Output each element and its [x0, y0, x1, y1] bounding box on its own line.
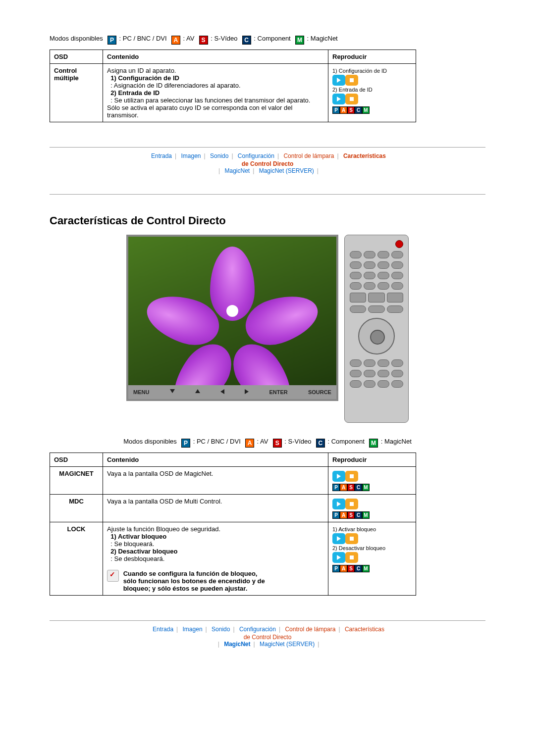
play-stop-buttons[interactable] [332, 499, 412, 509]
nav-sonido[interactable]: Sonido [210, 152, 228, 159]
play-icon[interactable] [332, 533, 345, 544]
nav-tabs-1: Entrada| Imagen| Sonido| Configuración| … [50, 152, 485, 174]
row-osd-mdc: MDC [69, 498, 84, 505]
table-row: Control múltiple Asigna un ID al aparato… [50, 64, 416, 122]
nav-magicnet[interactable]: MagicNet [225, 167, 250, 174]
nav-lampara[interactable]: Control de lámpara [285, 626, 335, 633]
play-icon[interactable] [332, 94, 345, 104]
left-arrow-icon[interactable] [220, 389, 224, 394]
badge-p-icon: P [181, 439, 190, 448]
table-control-multiple: OSD Contenido Reproducir Control múltipl… [50, 50, 416, 122]
play-stop-buttons[interactable] [332, 471, 412, 482]
play-stop-buttons[interactable] [332, 75, 412, 86]
divider [50, 620, 485, 621]
nav-pad[interactable] [358, 318, 395, 354]
tv-menu-button[interactable]: MENU [133, 389, 149, 395]
play-icon[interactable] [332, 552, 345, 563]
table-row: MAGICNET Vaya a la pantalla OSD de Magic… [50, 467, 416, 495]
nav-tabs-2: Entrada| Imagen| Sonido| Configuración| … [50, 626, 485, 648]
nav-imagen[interactable]: Imagen [183, 626, 203, 633]
page-title: Características de Control Directo [50, 214, 485, 227]
divider [50, 147, 485, 148]
row-osd-lock: LOCK [67, 525, 86, 533]
row-osd: Control múltiple [54, 67, 79, 82]
th-play: Reproducir [328, 453, 416, 467]
nav-configuracion[interactable]: Configuración [238, 152, 274, 159]
nav-magicnet[interactable]: MagicNet [224, 641, 250, 648]
stop-icon[interactable] [345, 75, 358, 86]
modes-legend-2: Modos disponibles P : PC / BNC / DVI A :… [50, 438, 485, 448]
nav-configuracion[interactable]: Configuración [239, 626, 276, 633]
stop-icon[interactable] [345, 552, 358, 563]
play-icon[interactable] [332, 75, 345, 86]
play-stop-buttons[interactable] [332, 94, 412, 104]
mode-badges: PASCM [332, 484, 370, 491]
mode-badges: PASCM [332, 511, 370, 519]
tv-mockup: MENU ENTER SOURCE [126, 235, 338, 401]
stop-icon[interactable] [345, 94, 358, 104]
divider [50, 194, 485, 195]
modes-legend-1: Modos disponibles P : PC / BNC / DVI A :… [50, 35, 485, 45]
note-icon [107, 570, 119, 582]
badge-a-icon: A [245, 439, 254, 448]
badge-s-icon: S [199, 36, 208, 45]
table-row: LOCK Ajuste la función Bloqueo de seguri… [50, 522, 416, 596]
nav-sonido[interactable]: Sonido [212, 626, 230, 633]
play-stop-buttons[interactable] [332, 552, 412, 563]
badge-s-icon: S [273, 439, 282, 448]
stop-icon[interactable] [345, 499, 358, 509]
th-osd: OSD [50, 453, 103, 467]
up-arrow-icon[interactable] [195, 389, 200, 393]
power-button-icon[interactable] [395, 240, 403, 248]
remote-control [344, 235, 409, 423]
table-direct-control: OSD Contenido Reproducir MAGICNET Vaya a… [50, 453, 416, 596]
badge-c-icon: C [316, 439, 325, 448]
nav-magicnet-server[interactable]: MagicNet (SERVER) [259, 167, 314, 174]
tv-enter-button[interactable]: ENTER [269, 389, 287, 395]
nav-imagen[interactable]: Imagen [181, 152, 201, 159]
nav-magicnet-server[interactable]: MagicNet (SERVER) [260, 641, 315, 648]
play-stop-buttons[interactable] [332, 533, 412, 544]
badge-c-icon: C [242, 36, 251, 45]
mode-badges: PASCM [332, 106, 370, 114]
note-text: Cuando se configura la función de bloque… [123, 570, 272, 592]
badge-a-icon: A [171, 36, 180, 45]
play-icon[interactable] [332, 471, 345, 482]
table-row: MDC Vaya a la pantalla OSD de Multi Cont… [50, 495, 416, 522]
mode-badges: PASCM [332, 565, 370, 572]
stop-icon[interactable] [345, 471, 358, 482]
nav-lampara[interactable]: Control de lámpara [283, 152, 334, 159]
right-arrow-icon[interactable] [245, 389, 249, 394]
badge-m-icon: M [295, 36, 304, 45]
th-play: Reproducir [328, 50, 416, 64]
down-arrow-icon[interactable] [170, 389, 175, 393]
play-icon[interactable] [332, 499, 345, 509]
row-osd-magicnet: MAGICNET [59, 470, 93, 477]
th-content: Contenido [103, 453, 328, 467]
th-content: Contenido [103, 50, 328, 64]
nav-entrada[interactable]: Entrada [151, 152, 172, 159]
tv-button-bar: MENU ENTER SOURCE [128, 385, 336, 399]
th-osd: OSD [50, 50, 103, 64]
badge-m-icon: M [369, 439, 378, 448]
modes-label: Modos disponibles [50, 35, 103, 42]
hero-illustration: MENU ENTER SOURCE [50, 235, 485, 423]
tv-source-button[interactable]: SOURCE [308, 389, 331, 395]
nav-entrada[interactable]: Entrada [153, 626, 173, 633]
stop-icon[interactable] [345, 533, 358, 544]
badge-p-icon: P [107, 36, 116, 45]
